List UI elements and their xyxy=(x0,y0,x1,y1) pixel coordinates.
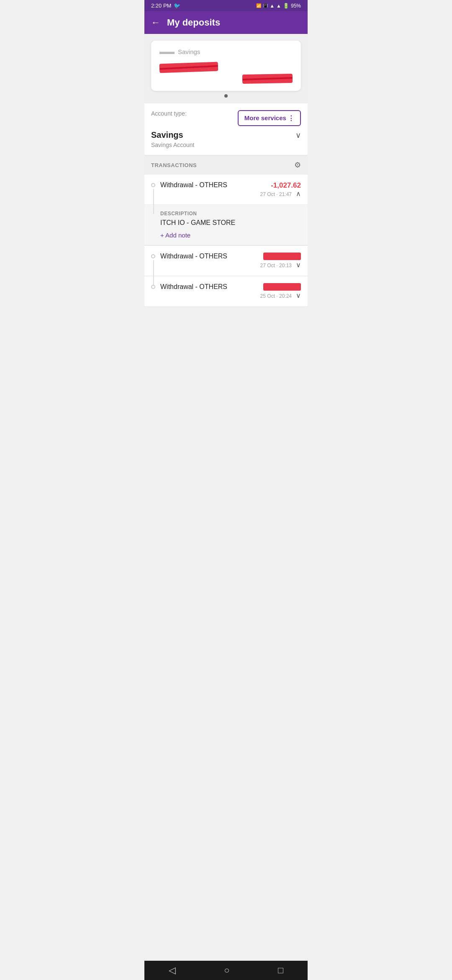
amount-date-row-2: 27 Oct · 20:13 ∨ xyxy=(260,261,301,269)
transaction-detail-1: DESCRIPTION ITCH IO - GAME STORE + Add n… xyxy=(144,205,308,245)
redacted-account-number xyxy=(159,61,293,74)
transaction-content-1: Withdrawal - OTHERS xyxy=(160,181,255,189)
transaction-name-1: Withdrawal - OTHERS xyxy=(160,181,227,188)
chevron-down-icon[interactable]: ∨ xyxy=(295,131,301,140)
timeline-line-1 xyxy=(153,189,154,214)
transaction-item-3[interactable]: Withdrawal - OTHERS 25 Oct · 20:24 ∨ xyxy=(144,276,308,307)
status-right: 📶 📳 ▲ ▲ 🔋 95% xyxy=(256,3,301,9)
transactions-label: TRANSACTIONS xyxy=(151,162,197,168)
sim-icon: 📶 xyxy=(256,3,261,8)
page-title: My deposits xyxy=(167,17,220,28)
account-type-label: Account type: xyxy=(151,110,187,117)
transaction-row-3: Withdrawal - OTHERS 25 Oct · 20:24 ∨ xyxy=(151,283,301,299)
status-bar: 2:20 PM 🐦 📶 📳 ▲ ▲ 🔋 95% xyxy=(144,0,308,11)
filter-icon[interactable]: ⚙ xyxy=(294,160,301,170)
card-type-row: ▬▬ Savings xyxy=(159,47,293,56)
transaction-row-1: Withdrawal - OTHERS -1,027.62 27 Oct · 2… xyxy=(151,181,301,198)
header: ← My deposits xyxy=(144,11,308,34)
account-name-row[interactable]: Savings ∨ xyxy=(151,129,301,142)
card-type-label: Savings xyxy=(178,48,200,55)
amount-row-3: 25 Oct · 20:24 ∨ xyxy=(260,283,301,299)
transaction-item-2[interactable]: Withdrawal - OTHERS 27 Oct · 20:13 ∨ xyxy=(144,245,308,276)
transaction-right-2: 27 Oct · 20:13 ∨ xyxy=(260,253,301,269)
redacted-amount-3 xyxy=(263,283,301,291)
account-subname: Savings Account xyxy=(151,142,301,155)
status-left: 2:20 PM 🐦 xyxy=(151,3,180,9)
transaction-date-3: 25 Oct · 20:24 xyxy=(260,293,292,299)
wifi-icon: ▲ xyxy=(270,3,275,9)
account-type-row: Account type: More services ⋮ xyxy=(151,110,301,126)
collapse-icon-1[interactable]: ∧ xyxy=(296,190,301,198)
description-label: DESCRIPTION xyxy=(160,211,301,217)
amount-row-2: 27 Oct · 20:13 ∨ xyxy=(260,253,301,269)
redacted-balance xyxy=(242,74,293,84)
transaction-name-2: Withdrawal - OTHERS xyxy=(160,253,227,260)
transaction-right-3: 25 Oct · 20:24 ∨ xyxy=(260,283,301,299)
expand-icon-2[interactable]: ∨ xyxy=(296,261,301,269)
more-services-label: More services ⋮ xyxy=(244,114,294,122)
account-info-section: Account type: More services ⋮ Savings ∨ … xyxy=(144,103,308,155)
transaction-date-2: 27 Oct · 20:13 xyxy=(260,263,292,268)
signal-icon: ▲ xyxy=(276,3,281,9)
transaction-date-1: 27 Oct · 21:47 xyxy=(260,191,292,197)
description-text: ITCH IO - GAME STORE xyxy=(160,219,301,227)
account-name: Savings xyxy=(151,130,183,140)
transactions-header: TRANSACTIONS ⚙ xyxy=(144,155,308,175)
dots-indicator xyxy=(151,91,301,99)
timeline-dot-3 xyxy=(151,285,155,289)
timeline-dot-2 xyxy=(151,254,155,258)
add-note-button[interactable]: + Add note xyxy=(160,232,190,239)
expand-icon-3[interactable]: ∨ xyxy=(296,291,301,299)
dot-1 xyxy=(224,94,228,98)
card-section: ▬▬ Savings xyxy=(144,34,308,103)
amount-date-row-1: 27 Oct · 21:47 ∧ xyxy=(260,190,301,198)
transaction-row-2: Withdrawal - OTHERS 27 Oct · 20:13 ∨ xyxy=(151,253,301,269)
transaction-amount-1: -1,027.62 xyxy=(260,181,301,190)
timeline-dot-1 xyxy=(151,183,155,187)
timeline-line-2 xyxy=(153,260,154,285)
transaction-item-1[interactable]: Withdrawal - OTHERS -1,027.62 27 Oct · 2… xyxy=(144,175,308,205)
transaction-name-3: Withdrawal - OTHERS xyxy=(160,283,227,290)
transaction-content-3: Withdrawal - OTHERS xyxy=(160,283,255,291)
chip-icon: ▬▬ xyxy=(159,47,175,56)
amount-date-row-3: 25 Oct · 20:24 ∨ xyxy=(260,291,301,299)
account-card: ▬▬ Savings xyxy=(151,41,301,91)
transaction-right-1: -1,027.62 27 Oct · 21:47 ∧ xyxy=(260,181,301,198)
battery-level: 95% xyxy=(291,3,301,9)
vibrate-icon: 📳 xyxy=(263,3,268,8)
back-button[interactable]: ← xyxy=(151,18,160,27)
more-services-button[interactable]: More services ⋮ xyxy=(238,110,301,126)
twitter-icon: 🐦 xyxy=(174,3,180,9)
battery-icon: 🔋 xyxy=(283,3,289,9)
transaction-content-2: Withdrawal - OTHERS xyxy=(160,253,255,260)
redacted-amount-2 xyxy=(263,253,301,260)
status-time: 2:20 PM xyxy=(151,3,171,9)
